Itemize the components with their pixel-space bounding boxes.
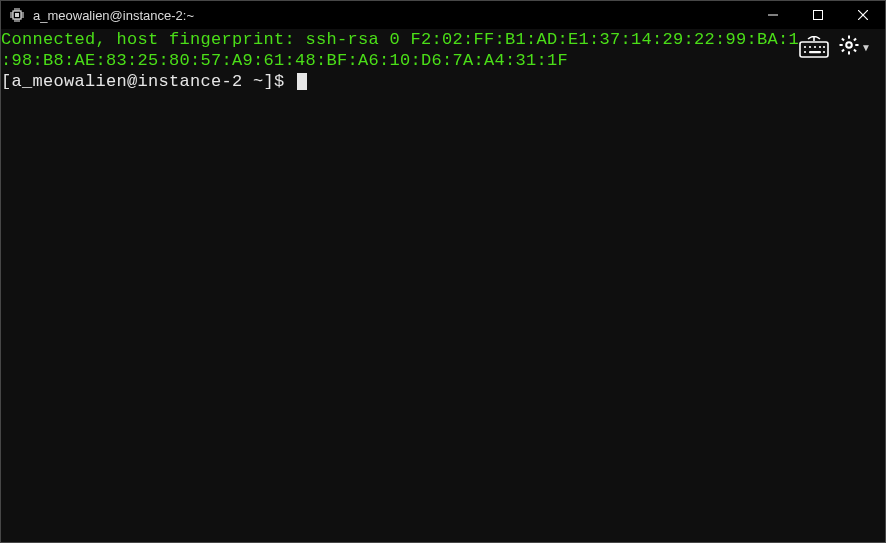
- svg-point-21: [814, 46, 816, 48]
- svg-point-20: [809, 46, 811, 48]
- terminal-window: a_meowalien@instance-2:~ Connected, host…: [0, 0, 886, 543]
- svg-point-19: [804, 46, 806, 48]
- terminal-prompt: [a_meowalien@instance-2 ~]$: [1, 72, 295, 91]
- svg-rect-34: [841, 49, 845, 53]
- minimize-button[interactable]: [750, 1, 795, 29]
- svg-rect-29: [848, 51, 850, 54]
- keyboard-icon[interactable]: [799, 36, 829, 58]
- overlay-toolbar: ▼: [799, 35, 871, 59]
- window-title: a_meowalien@instance-2:~: [33, 8, 194, 23]
- svg-point-26: [823, 51, 825, 53]
- titlebar[interactable]: a_meowalien@instance-2:~: [1, 1, 885, 29]
- settings-button[interactable]: ▼: [839, 35, 871, 59]
- terminal-cursor: [297, 73, 307, 90]
- terminal-output-line2: :98:B8:AE:83:25:80:57:A9:61:48:BF:A6:10:…: [1, 51, 568, 70]
- svg-rect-28: [848, 36, 850, 39]
- svg-rect-15: [813, 11, 822, 20]
- svg-rect-32: [841, 38, 845, 42]
- svg-rect-31: [855, 44, 858, 46]
- svg-rect-18: [800, 42, 828, 57]
- chevron-down-icon: ▼: [861, 42, 871, 53]
- svg-rect-35: [853, 49, 857, 53]
- svg-rect-1: [15, 13, 19, 17]
- svg-rect-33: [853, 38, 857, 42]
- terminal-area[interactable]: Connected, host fingerprint: ssh-rsa 0 F…: [1, 29, 885, 542]
- svg-rect-25: [809, 51, 821, 53]
- maximize-button[interactable]: [795, 1, 840, 29]
- chip-icon: [9, 7, 25, 23]
- svg-point-23: [823, 46, 825, 48]
- svg-rect-30: [840, 44, 843, 46]
- svg-point-22: [819, 46, 821, 48]
- gear-icon: [839, 35, 859, 59]
- svg-point-24: [804, 51, 806, 53]
- terminal-output-line1: Connected, host fingerprint: ssh-rsa 0 F…: [1, 30, 799, 49]
- close-button[interactable]: [840, 1, 885, 29]
